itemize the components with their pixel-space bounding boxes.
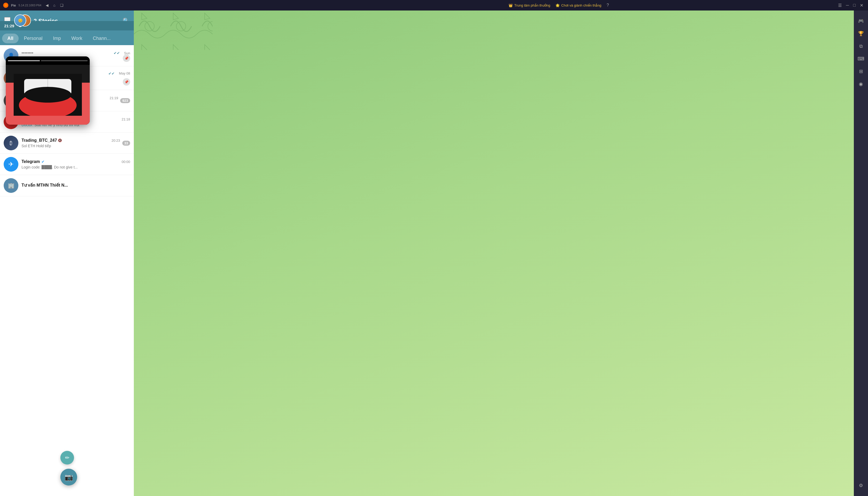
system-time: 21:29 <box>4 24 14 28</box>
story-avatar-1: 😊 <box>14 14 26 27</box>
reward-crown-icon: 👑 <box>508 3 513 7</box>
tab-all[interactable]: All <box>2 34 19 43</box>
unread-badge-3: 923 <box>120 98 130 103</box>
chat-preview-6: Login code: ████. Do not give t... <box>21 165 98 169</box>
menu-button[interactable]: ☰ <box>837 3 843 8</box>
tab-imp[interactable]: Imp <box>48 34 66 43</box>
chat-item-6[interactable]: ✈ Telegram ✔ 00:00 Login code: ████. Do … <box>0 154 134 175</box>
tab-channels[interactable]: Chann... <box>88 34 116 43</box>
maximize-button[interactable]: □ <box>851 3 857 8</box>
fab-camera-button[interactable]: 📷 <box>60 469 77 485</box>
close-button[interactable]: ✕ <box>858 3 865 8</box>
story-avatars[interactable]: 😊 🏠 <box>14 14 30 28</box>
tab-work[interactable]: Work <box>66 34 88 43</box>
back-button[interactable]: ◀ <box>44 3 50 8</box>
home-button[interactable]: ⌂ <box>52 3 57 8</box>
chat-time-3: 21:19 <box>110 96 119 100</box>
story-content <box>6 65 90 125</box>
svg-point-4 <box>24 87 72 103</box>
play-label: Chơi và giành chiến thắng <box>561 3 601 7</box>
sidebar-grid-icon[interactable]: ⊞ <box>856 66 866 77</box>
nav-buttons: ◀ ⌂ ❑ <box>44 3 65 8</box>
title-bar: Pie 5.14.22.1003 P64 ◀ ⌂ ❑ 👑 Trung tâm p… <box>0 0 868 11</box>
sidebar-gamepad-icon[interactable]: 🎮 <box>856 16 866 26</box>
story-mouth-svg <box>14 74 82 116</box>
tab-personal[interactable]: Personal <box>19 34 48 43</box>
sidebar-settings-icon[interactable]: ⚙ <box>856 480 866 491</box>
sidebar-trophy-icon[interactable]: 🏆 <box>856 28 866 39</box>
chat-name-row-1: •••••••• ✔✔ Sun <box>21 51 130 56</box>
sidebar-layers-icon[interactable]: ⧉ <box>856 41 866 51</box>
chat-name-row-6: Telegram ✔ 00:00 <box>21 159 130 164</box>
app-version: 5.14.22.1003 P64 <box>19 4 42 7</box>
right-panel <box>134 11 868 496</box>
chat-avatar-6: ✈ <box>4 157 18 172</box>
unread-badge-5: 33 <box>122 141 130 146</box>
sidebar-keyboard-icon[interactable]: ⌨ <box>856 53 866 64</box>
story-progress-1 <box>8 60 40 61</box>
sidebar-circle-icon[interactable]: ◉ <box>856 79 866 89</box>
chat-name-1: •••••••• <box>21 51 33 56</box>
chat-info-7: Tư vấn MTHN Thiết N... <box>21 183 130 189</box>
folder-button[interactable]: ❑ <box>59 3 65 8</box>
right-sidebar: 🎮 🏆 ⧉ ⌨ ⊞ ◉ ⚙ <box>854 11 868 496</box>
pin-icon-2: 📌 <box>123 78 130 86</box>
play-button[interactable]: 🌟 Chơi và giành chiến thắng <box>555 3 601 7</box>
chat-preview-5: Sol ETH Hold tiếp <box>21 144 98 148</box>
pin-icon-1: 📌 <box>123 55 130 62</box>
window-controls: ☰ ─ □ ✕ <box>837 3 865 8</box>
story-progress-bar <box>6 57 90 65</box>
chat-name-row-5: Trading_BTC_247 🔇 20:23 <box>21 138 120 143</box>
title-bar-center: 👑 Trung tâm phần thưởng 🌟 Chơi và giành … <box>281 3 837 7</box>
svg-rect-6 <box>134 11 212 50</box>
chat-info-6: Telegram ✔ 00:00 Login code: ████. Do no… <box>21 159 130 169</box>
mute-icon-5: 🔇 <box>58 139 62 142</box>
chat-name-5: Trading_BTC_247 <box>21 138 57 143</box>
app-name: Pie <box>11 3 16 7</box>
chat-time-6: 00:00 <box>122 160 130 164</box>
chat-time-2: May 08 <box>119 72 130 75</box>
play-star-icon: 🌟 <box>555 3 560 7</box>
title-bar-left: Pie 5.14.22.1003 P64 ◀ ⌂ ❑ <box>3 3 281 8</box>
chat-item-5[interactable]: ₿ Trading_BTC_247 🔇 20:23 Sol ETH Hold t… <box>0 133 134 154</box>
chat-name-row-7: Tư vấn MTHN Thiết N... <box>21 183 130 188</box>
pencil-icon: ✏ <box>65 454 69 461</box>
reward-button[interactable]: 👑 Trung tâm phần thưởng <box>508 3 550 7</box>
double-check-2: ✔✔ <box>108 72 115 76</box>
avatar-img-1: 😊 <box>15 15 26 26</box>
fab-pencil-button[interactable]: ✏ <box>60 451 74 465</box>
camera-icon: 📷 <box>65 473 73 481</box>
chat-avatar-5: ₿ <box>4 136 18 150</box>
chat-item-7[interactable]: 🏢 Tư vấn MTHN Thiết N... <box>0 175 134 196</box>
chat-time-4: 21:18 <box>122 117 130 121</box>
background-pattern <box>134 11 212 50</box>
story-popup[interactable] <box>6 57 90 125</box>
chat-name-6: Telegram <box>21 159 40 164</box>
chat-avatar-7: 🏢 <box>4 178 18 193</box>
double-check-1: ✔✔ <box>114 51 120 55</box>
app-icon <box>3 3 9 8</box>
chat-time-5: 20:23 <box>111 139 120 142</box>
verified-icon: ✔ <box>42 159 45 164</box>
filter-tabs: All Personal Imp Work Chann... <box>0 31 134 45</box>
story-progress-2 <box>41 60 88 61</box>
reward-label: Trung tâm phần thưởng <box>514 3 550 7</box>
help-button[interactable]: ? <box>607 3 609 7</box>
chat-name-7: Tư vấn MTHN Thiết N... <box>21 183 68 188</box>
chat-info-5: Trading_BTC_247 🔇 20:23 Sol ETH Hold tiế… <box>21 138 120 148</box>
minimize-button[interactable]: ─ <box>845 3 850 8</box>
